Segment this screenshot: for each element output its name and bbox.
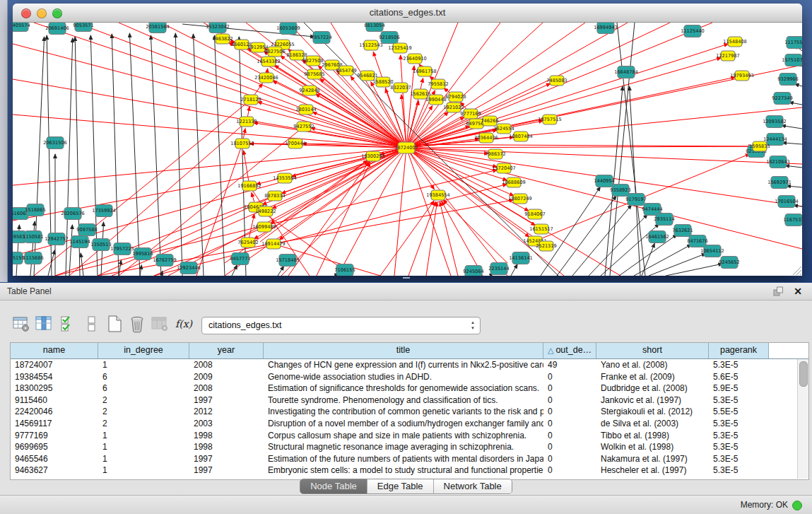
network-node[interactable]: 16648784	[614, 66, 638, 78]
scrollbar-thumb[interactable]	[799, 361, 808, 387]
network-node[interactable]: 16461562	[645, 231, 669, 243]
cell-in_degree[interactable]: 2	[98, 395, 189, 407]
network-node[interactable]: 7463822	[212, 34, 233, 44]
cell-short[interactable]: Wolkin et al. (1998)	[596, 441, 709, 453]
cell-pagerank[interactable]: 5.6E-5	[709, 371, 769, 383]
network-node[interactable]: 1700444	[285, 139, 305, 148]
network-node[interactable]: 15323042	[206, 23, 230, 33]
cell-out_degree[interactable]: 0	[543, 430, 596, 442]
cell-title[interactable]: Corpus callosum shape and size in male p…	[264, 430, 543, 442]
table-row[interactable]: 911546021997Tourette syndrome. Phenomeno…	[11, 395, 808, 407]
cell-year[interactable]: 2008	[189, 382, 264, 395]
cell-in_degree[interactable]: 1	[98, 430, 189, 442]
table-row[interactable]: 1456911722003Disruption of a novel membe…	[11, 418, 808, 430]
cell-short[interactable]: Nakamura et al. (1997)	[596, 453, 709, 465]
network-node[interactable]: 15718485	[276, 255, 300, 267]
table-row[interactable]: 946554611997Estimation of the future num…	[11, 453, 808, 465]
network-node[interactable]: 9218506	[379, 32, 399, 44]
table-settings-icon[interactable]	[11, 314, 31, 334]
network-node[interactable]: 11548408	[723, 37, 747, 47]
cell-in_degree[interactable]: 2	[98, 406, 189, 418]
cell-title[interactable]: Embryonic stem cells: a model to study s…	[264, 465, 543, 477]
network-node[interactable]: 9245064	[463, 266, 483, 276]
cell-name[interactable]: 9465546	[11, 453, 98, 465]
network-node[interactable]: 11125440	[681, 25, 705, 37]
function-builder-icon[interactable]: f(x)	[174, 314, 194, 334]
cell-year[interactable]: 1998	[189, 441, 264, 453]
network-node[interactable]: 20364436	[474, 133, 498, 143]
network-node[interactable]: 20381564	[146, 23, 170, 33]
cell-in_degree[interactable]: 1	[98, 441, 189, 453]
vertical-scrollbar[interactable]	[797, 359, 808, 479]
cell-out_degree[interactable]: 0	[543, 418, 596, 430]
cell-pagerank[interactable]: 5.3E-5	[709, 441, 769, 453]
network-node[interactable]: 7986372	[485, 149, 505, 159]
table-row[interactable]: 1872400712008Changes of HCN gene express…	[11, 359, 808, 371]
cell-title[interactable]: Investigating the contribution of common…	[264, 406, 543, 418]
network-node[interactable]: 17016504	[775, 196, 799, 208]
cell-name[interactable]: 22420046	[11, 406, 98, 418]
cell-short[interactable]: Dudbridge et al. (2008)	[596, 382, 709, 395]
network-node[interactable]: 23640910	[403, 54, 427, 64]
cell-name[interactable]: 18300295	[11, 382, 98, 395]
cell-name[interactable]: 9463627	[11, 465, 98, 477]
network-node[interactable]: 16151517	[529, 224, 553, 234]
network-node[interactable]: 9179197	[625, 194, 646, 206]
table-row[interactable]: 969969511998Structural magnetic resonanc…	[11, 441, 808, 453]
network-node[interactable]: 2718129	[240, 95, 261, 105]
table-row[interactable]: 977716911998Corpus callosum shape and si…	[11, 430, 808, 442]
column-header-name[interactable]: name	[11, 343, 98, 358]
table-row[interactable]: 1938455462009Genome-wide association stu…	[11, 371, 808, 383]
cell-title[interactable]: Estimation of the future numbers of pati…	[264, 453, 543, 465]
cell-short[interactable]: Hescheler et al. (1997)	[596, 465, 709, 477]
cell-short[interactable]: Tibbo et al. (1998)	[596, 430, 709, 442]
network-node[interactable]: 17359924	[92, 205, 116, 217]
cell-short[interactable]: Yano et al. (2008)	[596, 359, 709, 371]
zoom-window-button[interactable]	[52, 8, 62, 18]
network-node[interactable]: 10807484	[509, 132, 533, 141]
trash-icon[interactable]	[127, 314, 147, 334]
network-node[interactable]: 10654112	[700, 245, 724, 257]
network-node[interactable]: 17957223	[110, 243, 134, 255]
network-node[interactable]: 1221339	[236, 117, 257, 127]
cell-in_degree[interactable]: 6	[98, 371, 189, 383]
float-panel-icon[interactable]	[773, 286, 784, 296]
cell-title[interactable]: Tourette syndrome. Phenomenology and cla…	[264, 395, 543, 407]
tab-network-table[interactable]: Network Table	[434, 479, 512, 493]
network-node[interactable]: 6794028	[445, 92, 466, 102]
cell-pagerank[interactable]: 5.3E-5	[709, 359, 769, 371]
network-node[interactable]: 16543382	[257, 57, 281, 66]
minimize-window-button[interactable]	[37, 8, 47, 18]
network-node[interactable]: 1516865	[25, 204, 45, 216]
network-node[interactable]: 15751074	[782, 54, 802, 66]
network-node[interactable]: 16961758	[413, 66, 437, 76]
cell-short[interactable]: Jankovic et al. (1997)	[596, 395, 709, 407]
network-node[interactable]: 18107552	[230, 139, 254, 148]
cell-pagerank[interactable]: 5.3E-5	[709, 418, 769, 430]
cell-in_degree[interactable]: 1	[98, 359, 189, 371]
cell-pagerank[interactable]: 5.5E-5	[709, 406, 769, 418]
cell-pagerank[interactable]: 5.3E-5	[709, 395, 769, 407]
cell-year[interactable]: 2008	[189, 359, 264, 371]
network-node[interactable]: 1150581	[23, 231, 43, 243]
cell-short[interactable]: Franke et al. (2009)	[596, 371, 709, 383]
cell-pagerank[interactable]: 5.3E-5	[709, 430, 769, 442]
cell-year[interactable]: 1997	[189, 453, 264, 465]
network-node[interactable]: 1350513	[90, 239, 111, 251]
cell-title[interactable]: Structural magnetic resonance image aver…	[264, 441, 543, 453]
cell-year[interactable]: 1997	[189, 465, 264, 477]
cell-pagerank[interactable]: 5.3E-5	[709, 465, 769, 477]
cell-year[interactable]: 1997	[189, 395, 264, 407]
network-node[interactable]: 2935114	[654, 214, 674, 226]
cell-out_degree[interactable]: 0	[543, 395, 596, 407]
tab-edge-table[interactable]: Edge Table	[367, 479, 434, 493]
tab-node-table[interactable]: Node Table	[300, 479, 367, 493]
network-node[interactable]: 9245652	[719, 257, 739, 269]
cell-year[interactable]: 2012	[189, 406, 264, 418]
network-node[interactable]: 10688609	[502, 177, 526, 187]
cell-name[interactable]: 14569117	[11, 418, 98, 430]
network-node[interactable]: 16210643	[766, 156, 790, 168]
cell-name[interactable]: 18724007	[11, 359, 98, 371]
network-node[interactable]: 7625402	[237, 238, 258, 247]
network-node[interactable]: 19166852	[237, 181, 261, 191]
